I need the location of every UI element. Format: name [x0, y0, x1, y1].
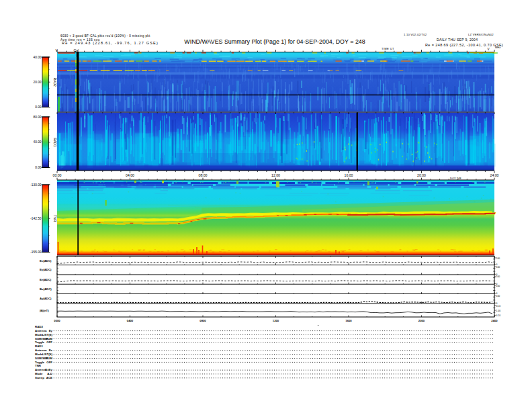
svg-text:TNR: TNR	[53, 215, 57, 222]
svg-text:Sweep: Sweep	[35, 376, 44, 379]
svg-text:100: 100	[496, 266, 500, 269]
svg-text:1600: 1600	[345, 319, 352, 322]
svg-text:100: 100	[496, 275, 500, 278]
svg-text:TNR: TNR	[35, 364, 42, 367]
svg-text:|B|(nT): |B|(nT)	[40, 309, 49, 312]
svg-text:40.00: 40.00	[33, 140, 41, 144]
svg-text:Ey(ADC): Ey(ADC)	[40, 268, 52, 271]
svg-text:6030 + 3 good BF-CAL pkts rec': 6030 + 3 good BF-CAL pkts rec'd (100%) -…	[60, 34, 150, 38]
svg-text:0400: 0400	[127, 319, 134, 322]
svg-text:20.00: 20.00	[33, 81, 41, 84]
svg-text:Antenna: Antenna	[35, 329, 47, 332]
svg-text:00:00: 00:00	[53, 173, 62, 177]
svg-text:100: 100	[496, 295, 500, 298]
svg-text:Ay(ADC): Ay(ADC)	[40, 297, 52, 300]
svg-text:TIME UT: TIME UT	[382, 47, 394, 50]
svg-text:0.10: 0.10	[496, 314, 501, 317]
svg-text:Cal: Cal	[74, 48, 79, 52]
svg-text:OFF: OFF	[46, 340, 52, 344]
svg-text:LZ VERSION=N02: LZ VERSION=N02	[468, 33, 494, 36]
svg-text:SUM: SUM	[46, 357, 52, 360]
svg-text:2000: 2000	[418, 319, 425, 322]
svg-text:Ex(ADC): Ex(ADC)	[40, 259, 52, 263]
svg-text:-130.00: -130.00	[30, 183, 42, 187]
svg-text:Bx(ADC): Bx(ADC)	[40, 287, 52, 291]
svg-text:08:00: 08:00	[199, 173, 208, 177]
svg-text:0.00: 0.00	[35, 105, 42, 109]
svg-text:ACE: ACE	[46, 376, 52, 379]
svg-text:RAD1: RAD1	[53, 138, 57, 147]
svg-text:Ex: Ex	[49, 349, 53, 352]
svg-text:1.10 V02-02/T02: 1.10 V02-02/T02	[404, 33, 427, 36]
svg-text:Toggle: Toggle	[35, 340, 45, 344]
svg-text:SUM: SUM	[46, 337, 52, 340]
svg-text:100: 100	[496, 285, 500, 287]
svg-text:Re = 249.43 (228.61, -99.76,: Re = 249.43 (228.61, -99.76, 1.27 GSE)	[62, 41, 159, 45]
svg-text:Toggle: Toggle	[35, 361, 45, 364]
svg-text:-155.00: -155.00	[30, 250, 42, 254]
svg-text:80.00: 80.00	[33, 116, 41, 119]
svg-text:40.00: 40.00	[33, 56, 41, 59]
svg-text:WIND/WAVES Summary Plot (Page: WIND/WAVES Summary Plot (Page 1) for 04-…	[184, 38, 365, 45]
svg-text:Ez(ADC): Ez(ADC)	[40, 278, 52, 281]
svg-text:1200: 1200	[273, 319, 279, 322]
svg-text:LIST(S): LIST(S)	[42, 353, 53, 356]
svg-text:RAD1: RAD1	[35, 345, 44, 348]
svg-text:16:00: 16:00	[345, 173, 353, 177]
svg-text:OFF: OFF	[46, 361, 52, 364]
svg-text:DOY 248: DOY 248	[450, 177, 461, 180]
svg-text:ExEy: ExEy	[45, 368, 52, 371]
svg-text:0.00: 0.00	[35, 166, 42, 169]
svg-text:10.0: 10.0	[496, 305, 501, 308]
svg-text:20:00: 20:00	[417, 173, 426, 177]
svg-text:1.00: 1.00	[496, 310, 501, 312]
svg-text:0800: 0800	[200, 319, 206, 322]
svg-text:12:00: 12:00	[271, 173, 280, 177]
svg-text:100: 100	[496, 257, 500, 260]
svg-text:DAILY THU SEP 9, 2004: DAILY THU SEP 9, 2004	[437, 38, 478, 42]
svg-text:LIST(S): LIST(S)	[42, 333, 53, 336]
svg-text:04:00: 04:00	[126, 173, 134, 177]
svg-text:24:00: 24:00	[490, 173, 499, 177]
svg-text:Ey: Ey	[49, 329, 53, 332]
svg-text:Mode: Mode	[35, 372, 43, 375]
svg-text:-142.50: -142.50	[30, 217, 42, 220]
svg-text:Re = 248.69 (227.52, -100.41: Re = 248.69 (227.52, -100.41, 0.70 GSE)	[425, 43, 503, 47]
svg-text:RAD2: RAD2	[53, 78, 57, 87]
svg-text:MHz: MHz	[495, 46, 500, 49]
svg-text:0000: 0000	[54, 319, 60, 322]
svg-text:A-D: A-D	[47, 372, 52, 375]
svg-text:2400: 2400	[491, 319, 498, 322]
svg-text:Antenna: Antenna	[35, 349, 47, 352]
svg-text:RAD2: RAD2	[35, 325, 44, 328]
